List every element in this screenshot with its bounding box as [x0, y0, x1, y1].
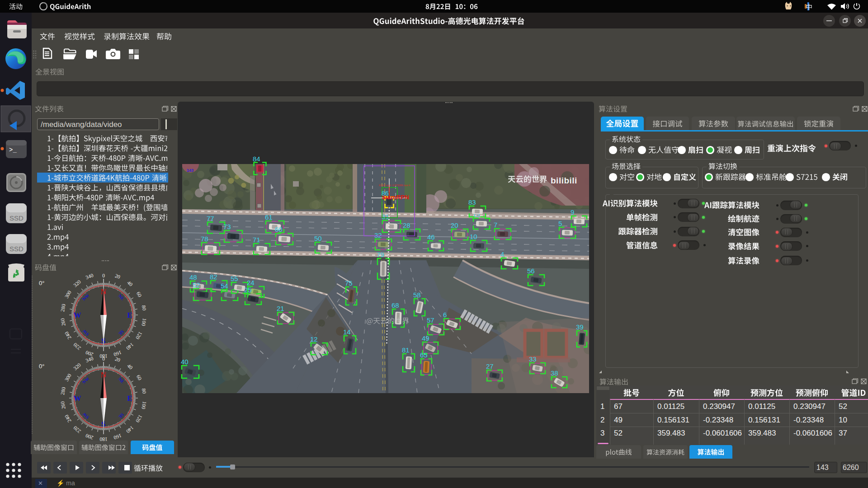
- svg-text:73: 73: [223, 223, 231, 230]
- svg-text:260: 260: [60, 401, 66, 409]
- svg-text:28: 28: [403, 221, 410, 229]
- svg-text:NE: NE: [117, 376, 125, 385]
- svg-text:>_: >_: [9, 146, 17, 154]
- svg-text:143: 143: [187, 168, 193, 173]
- svg-text:E: E: [127, 311, 132, 319]
- svg-text:49: 49: [422, 334, 429, 342]
- svg-text:39: 39: [576, 323, 584, 331]
- svg-text:84: 84: [253, 155, 260, 163]
- svg-text:220: 220: [72, 342, 82, 351]
- svg-text:80: 80: [141, 305, 147, 311]
- svg-text:21: 21: [277, 305, 284, 312]
- svg-text:320: 320: [72, 362, 82, 371]
- svg-text:240: 240: [64, 331, 72, 340]
- svg-text:12: 12: [310, 335, 318, 343]
- svg-text:100: 100: [141, 318, 147, 326]
- svg-text:56: 56: [527, 267, 535, 275]
- svg-text:6: 6: [443, 311, 447, 319]
- svg-text:280: 280: [60, 303, 66, 312]
- svg-text:320: 320: [72, 279, 82, 288]
- svg-text:20: 20: [451, 221, 458, 229]
- svg-text:83: 83: [468, 198, 476, 206]
- svg-text:48: 48: [189, 273, 197, 281]
- svg-text:NE: NE: [117, 293, 125, 301]
- svg-text:200: 200: [85, 433, 94, 441]
- svg-text:46: 46: [427, 233, 435, 241]
- svg-text:82: 82: [210, 273, 217, 281]
- svg-text:71: 71: [253, 236, 260, 244]
- svg-text:W: W: [74, 311, 81, 319]
- svg-text:80: 80: [141, 388, 147, 394]
- svg-text:180: 180: [99, 436, 108, 442]
- svg-text:50: 50: [314, 235, 322, 242]
- svg-text:7: 7: [494, 221, 497, 229]
- svg-text:SE: SE: [118, 329, 125, 337]
- svg-text:20: 20: [114, 273, 121, 280]
- svg-text:9: 9: [571, 208, 574, 216]
- svg-text:55: 55: [231, 275, 238, 282]
- svg-text:340: 340: [85, 272, 94, 280]
- svg-text:SSD: SSD: [9, 245, 24, 253]
- svg-text:78: 78: [201, 235, 208, 243]
- svg-text:120: 120: [135, 414, 143, 423]
- svg-text:27: 27: [486, 362, 494, 370]
- svg-text:52: 52: [193, 281, 200, 289]
- svg-text:65: 65: [420, 351, 428, 359]
- svg-text:4: 4: [500, 250, 504, 258]
- svg-text:61: 61: [265, 213, 273, 221]
- svg-text:79: 79: [377, 251, 384, 258]
- svg-text:57: 57: [427, 316, 434, 324]
- svg-text:25: 25: [244, 286, 252, 294]
- svg-text:14: 14: [343, 328, 351, 336]
- svg-text:W: W: [74, 394, 81, 403]
- svg-text:68: 68: [392, 301, 399, 309]
- svg-text:ID:67 conf: 0.973086,lost:4: ID:67 conf: 0.973086,lost:4: [379, 184, 410, 187]
- svg-text:24: 24: [247, 279, 255, 286]
- svg-text:140: 140: [125, 342, 135, 351]
- svg-text:300: 300: [64, 373, 72, 382]
- svg-text:E: E: [127, 394, 132, 403]
- svg-text:81: 81: [402, 346, 410, 354]
- svg-text:60: 60: [275, 225, 283, 233]
- svg-text:140: 140: [125, 425, 135, 434]
- svg-text:75: 75: [345, 279, 353, 287]
- svg-text:300: 300: [64, 290, 72, 299]
- svg-text:32: 32: [374, 231, 382, 239]
- svg-text:5: 5: [558, 220, 562, 227]
- svg-text:SE: SE: [118, 412, 125, 420]
- svg-text:31: 31: [382, 213, 389, 221]
- svg-text:340: 340: [85, 356, 94, 363]
- svg-text:SSD: SSD: [9, 214, 24, 222]
- svg-text:60: 60: [136, 374, 143, 381]
- svg-text:58: 58: [413, 291, 421, 299]
- svg-text:77: 77: [207, 215, 214, 222]
- svg-text:86: 86: [382, 190, 389, 197]
- svg-text:20: 20: [114, 356, 121, 363]
- svg-text:40: 40: [126, 363, 134, 371]
- svg-text:220: 220: [72, 425, 82, 434]
- svg-text:54: 54: [221, 282, 228, 290]
- svg-text:38: 38: [551, 369, 558, 377]
- svg-text:240: 240: [64, 414, 72, 423]
- svg-text:160: 160: [113, 433, 123, 441]
- svg-text:40: 40: [181, 358, 189, 366]
- svg-text:10: 10: [470, 233, 477, 240]
- svg-text:120: 120: [135, 331, 143, 340]
- svg-text:60: 60: [136, 291, 143, 298]
- svg-text:0: 0: [102, 273, 105, 278]
- svg-text:260: 260: [60, 318, 66, 326]
- svg-text:280: 280: [60, 386, 66, 395]
- svg-text:40: 40: [126, 280, 134, 287]
- svg-text:33: 33: [529, 355, 537, 363]
- svg-text:100: 100: [141, 401, 147, 409]
- svg-text:0: 0: [102, 356, 105, 361]
